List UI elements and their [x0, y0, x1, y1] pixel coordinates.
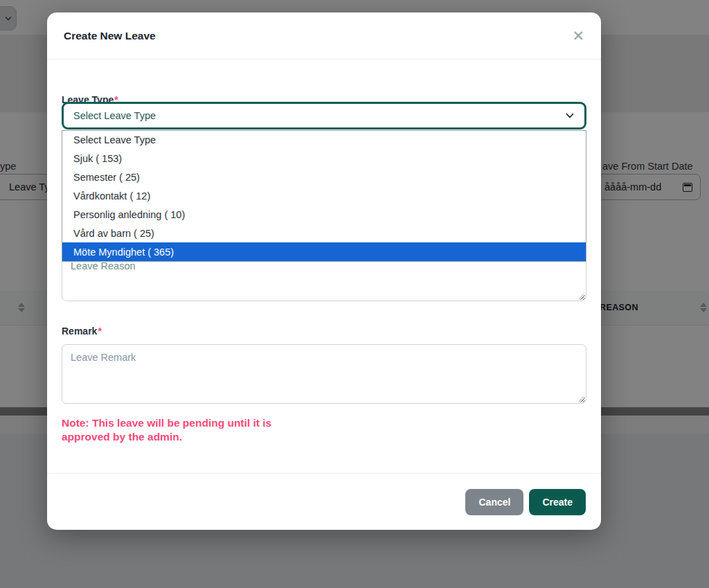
remark-label-text: Remark: [62, 326, 97, 337]
pending-note: Note: This leave will be pending until i…: [62, 416, 300, 444]
dropdown-option[interactable]: Sjuk ( 153): [62, 150, 586, 168]
close-icon[interactable]: ✕: [572, 28, 584, 43]
remark-textarea[interactable]: [62, 344, 586, 404]
dropdown-option[interactable]: Semester ( 25): [62, 168, 586, 187]
dropdown-option[interactable]: Vård av barn ( 25): [62, 224, 586, 242]
leave-type-select-value: Select Leave Type: [73, 110, 156, 121]
modal-header: Create New Leave ✕: [47, 12, 601, 60]
create-button[interactable]: Create: [529, 489, 586, 515]
dropdown-option[interactable]: Vårdkontakt ( 12): [62, 187, 586, 206]
remark-label: Remark*: [62, 326, 102, 337]
create-leave-modal: Create New Leave ✕ Leave Type* Select Le…: [47, 12, 601, 530]
leave-type-dropdown: Select Leave Type Sjuk ( 153) Semester (…: [62, 130, 586, 262]
screen: ype Leave Typ ave From Start Date åååå-m…: [0, 0, 709, 588]
modal-title: Create New Leave: [64, 30, 156, 42]
dropdown-option-highlighted[interactable]: Möte Myndighet ( 365): [62, 242, 586, 261]
dropdown-option[interactable]: Personlig anledning ( 10): [62, 205, 586, 224]
leave-type-select[interactable]: Select Leave Type: [62, 102, 586, 130]
dropdown-option[interactable]: Select Leave Type: [62, 131, 586, 150]
required-asterisk: *: [98, 326, 101, 337]
cancel-button[interactable]: Cancel: [465, 489, 523, 515]
modal-footer: Cancel Create: [47, 473, 601, 530]
chevron-down-icon: [565, 111, 575, 121]
